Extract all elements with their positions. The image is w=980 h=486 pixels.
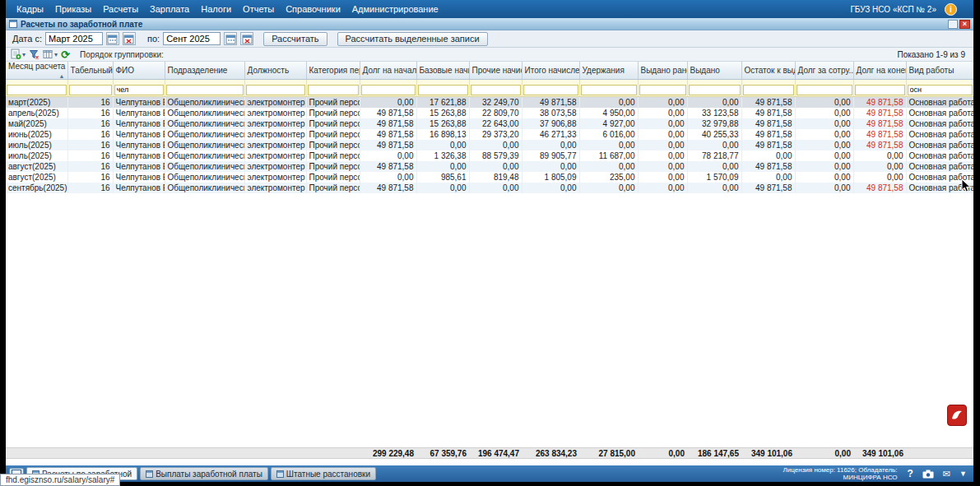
column-header-3[interactable]: Подразделение <box>165 62 244 80</box>
cell: Основная работа <box>906 118 973 129</box>
filter-input-4[interactable] <box>246 85 305 95</box>
calculate-button[interactable]: Рассчитать <box>263 32 327 46</box>
window-controls: × <box>948 20 970 29</box>
table-row[interactable]: сентябрь(2025)16Челпутанов Евге...Общепо… <box>6 183 973 193</box>
menu-item-5[interactable]: Отчеты <box>237 2 280 16</box>
menu-item-1[interactable]: Приказы <box>49 2 97 16</box>
info-icon[interactable]: i <box>945 3 957 16</box>
menu-item-4[interactable]: Налоги <box>195 2 237 16</box>
filter-input-16[interactable] <box>908 85 973 95</box>
menu-item-3[interactable]: Зарплата <box>144 2 195 16</box>
tab-label: Штатные расстановки <box>286 470 370 479</box>
column-header-14[interactable]: Долг за сотру... <box>795 62 853 80</box>
date-from-input[interactable] <box>45 32 103 45</box>
table-row[interactable]: май(2025)16Челпутанов Евге...Общеполикли… <box>6 118 973 129</box>
table-row[interactable]: август(2025)16Челпутанов Евге...Общеполи… <box>6 172 973 183</box>
total-cell: 263 834,23 <box>522 448 579 459</box>
cell: 0,00 <box>795 118 853 129</box>
table-row[interactable]: июль(2025)16Челпутанов Евге...Общеполикл… <box>6 140 973 150</box>
taskbar-tab-1[interactable]: Выплаты заработной платы <box>140 467 268 480</box>
toolbar: Дата с: по: Рассчитать Рассчитать выделе… <box>6 30 973 48</box>
refresh-icon[interactable]: ⟳ <box>61 49 70 61</box>
menu-item-6[interactable]: Справочники <box>280 2 346 16</box>
filter-input-2[interactable] <box>114 85 164 95</box>
tab-label: Выплаты заработной платы <box>156 470 262 479</box>
filter-input-8[interactable] <box>471 85 521 95</box>
cell: 32 979,88 <box>687 118 741 129</box>
column-header-1[interactable]: Табельный но... <box>67 62 113 80</box>
date-from-clear-icon[interactable] <box>123 32 136 45</box>
support-widget-button[interactable] <box>947 405 967 426</box>
total-cell: 0,00 <box>638 448 687 459</box>
column-header-11[interactable]: Выдано ранее <box>638 62 687 80</box>
cell: 49 871,58 <box>360 118 416 129</box>
table-row[interactable]: август(2025)16Челпутанов Евге...Общеполи… <box>6 161 973 172</box>
table-row[interactable]: июль(2025)16Челпутанов Евге...Общеполикл… <box>6 150 973 161</box>
column-header-6[interactable]: Долг на начал... <box>360 62 416 80</box>
menu-item-0[interactable]: Кадры <box>11 2 49 16</box>
filter-input-11[interactable] <box>639 85 686 95</box>
column-header-15[interactable]: Долг на конец... <box>853 62 906 80</box>
cell: 49 871,58 <box>741 161 795 172</box>
date-to-clear-icon[interactable] <box>240 32 253 45</box>
collapse-icon[interactable]: ▼ <box>959 470 967 478</box>
date-from-calendar-icon[interactable] <box>106 32 119 45</box>
filter-input-9[interactable] <box>523 85 578 95</box>
column-header-7[interactable]: Базовые начис... <box>416 62 469 80</box>
date-to-input[interactable] <box>163 32 221 45</box>
cell: 0,00 <box>638 161 687 172</box>
filter-icon[interactable] <box>29 49 39 61</box>
table-row[interactable]: апрель(2025)16Челпутанов Евге...Общеполи… <box>6 108 973 118</box>
cell: 11 687,00 <box>579 150 638 161</box>
column-header-9[interactable]: Итого начисле... <box>522 62 579 80</box>
cell: 0,00 <box>638 172 687 183</box>
date-to-calendar-icon[interactable] <box>224 32 237 45</box>
filter-input-1[interactable] <box>69 85 112 95</box>
cell: 0,00 <box>795 150 853 161</box>
column-header-2[interactable]: ФИО <box>113 62 165 80</box>
column-header-13[interactable]: Остаток к выд... <box>741 62 795 80</box>
cell: 16 <box>67 161 113 172</box>
cell: 78 218,77 <box>687 150 741 161</box>
menu-item-7[interactable]: Администрирование <box>346 2 444 16</box>
filter-input-7[interactable] <box>418 85 468 95</box>
column-header-12[interactable]: Выдано <box>687 62 741 80</box>
camera-icon[interactable] <box>922 470 934 479</box>
filter-input-14[interactable] <box>797 85 852 95</box>
cell: Общеполиклинический немед... <box>165 172 244 183</box>
window-restore-button[interactable] <box>948 20 958 29</box>
column-header-16[interactable]: Вид работы <box>906 62 973 80</box>
column-header-10[interactable]: Удержания <box>579 62 638 80</box>
filter-input-13[interactable] <box>743 85 794 95</box>
filter-input-12[interactable] <box>689 85 741 95</box>
taskbar-tab-2[interactable]: Штатные расстановки <box>271 467 376 480</box>
column-header-8[interactable]: Прочие начис... <box>469 62 522 80</box>
filter-input-15[interactable] <box>855 85 905 95</box>
total-cell <box>244 448 306 459</box>
cell: июнь(2025) <box>6 129 67 140</box>
cell: 1 805,09 <box>522 172 579 183</box>
table-row[interactable]: июнь(2025)16Челпутанов Евге...Общеполикл… <box>6 129 973 140</box>
help-icon[interactable]: ? <box>908 468 913 479</box>
column-header-4[interactable]: Должность <box>244 62 306 80</box>
column-header-0[interactable]: Месяц расчета▲ <box>6 62 67 80</box>
menu-item-2[interactable]: Расчеты <box>97 2 144 16</box>
cell: март(2025) <box>6 97 67 108</box>
columns-menu-icon[interactable]: ▾ <box>43 49 58 61</box>
filter-input-10[interactable] <box>581 85 637 95</box>
filter-input-6[interactable] <box>361 85 416 95</box>
add-record-menu-icon[interactable]: ▾ <box>11 49 26 61</box>
cell: электромонтер п... <box>244 183 306 193</box>
calculate-selected-button[interactable]: Рассчитать выделенные записи <box>337 32 488 46</box>
filter-input-0[interactable] <box>7 85 67 95</box>
cell: 0,00 <box>638 150 687 161</box>
mail-icon[interactable]: ✉ <box>943 469 950 479</box>
filter-input-5[interactable] <box>308 85 359 95</box>
table-row[interactable]: март(2025)16Челпутанов Евге...Общеполикл… <box>6 97 973 108</box>
cell: 49 871,58 <box>741 108 795 118</box>
column-header-5[interactable]: Категория пер... <box>306 62 360 80</box>
cell: 0,00 <box>795 97 853 108</box>
total-cell <box>306 448 360 459</box>
window-close-button[interactable]: × <box>959 20 970 29</box>
filter-input-3[interactable] <box>166 85 244 95</box>
